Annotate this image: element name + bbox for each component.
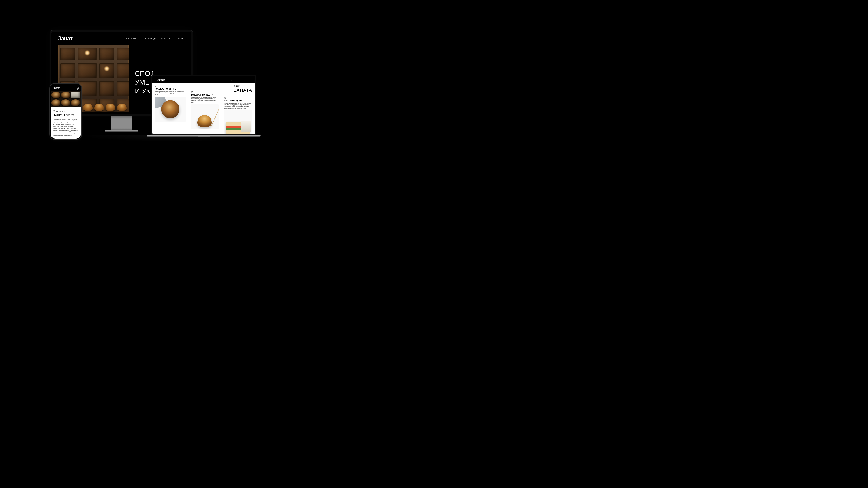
product-number: 01 [155, 85, 186, 87]
brand-logo[interactable]: Занат [53, 87, 59, 90]
laptop-hinge-notch [197, 136, 210, 137]
phone-device-frame: Занат ≡ Откријте НАШУ ПРИЧУ! Наша прича … [50, 83, 82, 140]
product-number: 02 [190, 91, 219, 93]
desktop-nav: НАСЛОВНА ПРОИЗВОДИ О НАМА КОНТАКТ [126, 37, 185, 40]
product-title: ЗА ДОБРО ЈУТРО [155, 88, 186, 90]
nav-home[interactable]: НАСЛОВНА [213, 79, 221, 81]
nav-contact[interactable]: КОНТАКТ [175, 37, 185, 40]
product-card-03[interactable]: 03 ТОПЛИНА ДОМА Селекција сендвича и лаг… [222, 97, 252, 134]
laptop-header: Занат НАСЛОВНА ПРОИЗВОДИ О НАМА КОНТАКТ [152, 76, 255, 83]
laptop-nav: НАСЛОВНА ПРОИЗВОДИ О НАМА КОНТАКТ [213, 79, 250, 81]
section-heading-big: ЗАНАТА [234, 88, 252, 93]
product-description: Традиционална, интернационална, слана и … [190, 96, 219, 103]
laptop-device-frame: Занат НАСЛОВНА ПРОИЗВОДИ О НАМА КОНТАКТ … [150, 75, 258, 135]
nav-about[interactable]: О НАМА [235, 79, 241, 81]
product-card-02[interactable]: 02 БОГАТСТВО ТЕСТА Традиционална, интерн… [189, 91, 219, 129]
product-description: Бирајте ручно рађене хлебове од различит… [155, 91, 186, 96]
brand-logo[interactable]: Занат [58, 35, 72, 42]
phone-story-subhead: Откријте [53, 109, 79, 113]
menu-icon[interactable]: ≡ [76, 87, 79, 90]
product-image-pastry [190, 104, 219, 129]
laptop-body: Укус ЗАНАТА 01 ЗА ДОБРО ЈУТРО Бирајте ру… [152, 83, 255, 134]
product-image-bread [155, 97, 186, 122]
phone-screen: Занат ≡ Откријте НАШУ ПРИЧУ! Наша прича … [51, 84, 81, 138]
monitor-stand [111, 116, 132, 131]
product-title: БОГАТСТВО ТЕСТА [190, 93, 219, 96]
nav-home[interactable]: НАСЛОВНА [126, 37, 138, 40]
monitor-stand-base [105, 130, 138, 132]
laptop-screen: Занат НАСЛОВНА ПРОИЗВОДИ О НАМА КОНТАКТ … [152, 76, 255, 134]
product-title: ТОПЛИНА ДОМА [223, 99, 252, 102]
product-description: Селекција сендвича и лаганих оброк салат… [223, 102, 252, 109]
brand-logo[interactable]: Занат [157, 78, 165, 82]
phone-story-headline: НАШУ ПРИЧУ! [53, 113, 79, 117]
phone-story-body: Наша прича почиње 2017. године, када су … [53, 119, 79, 136]
section-heading-italic: Укус [234, 84, 252, 88]
nav-contact[interactable]: КОНТАКТ [243, 79, 250, 81]
product-number: 03 [223, 97, 252, 99]
section-heading: Укус ЗАНАТА [234, 84, 252, 93]
phone-story-card: Откријте НАШУ ПРИЧУ! Наша прича почиње 2… [51, 107, 81, 138]
nav-products[interactable]: ПРОИЗВОДИ [143, 37, 157, 40]
desktop-header: Занат НАСЛОВНА ПРОИЗВОДИ О НАМА КОНТАКТ [52, 32, 191, 43]
nav-products[interactable]: ПРОИЗВОДИ [223, 79, 232, 81]
product-image-sandwich [223, 110, 252, 134]
laptop-bezel: Занат НАСЛОВНА ПРОИЗВОДИ О НАМА КОНТАКТ … [151, 75, 256, 135]
nav-about[interactable]: О НАМА [161, 37, 170, 40]
product-card-01[interactable]: 01 ЗА ДОБРО ЈУТРО Бирајте ручно рађене х… [155, 85, 186, 122]
phone-hero-image [51, 91, 81, 107]
phone-notch [60, 85, 71, 87]
